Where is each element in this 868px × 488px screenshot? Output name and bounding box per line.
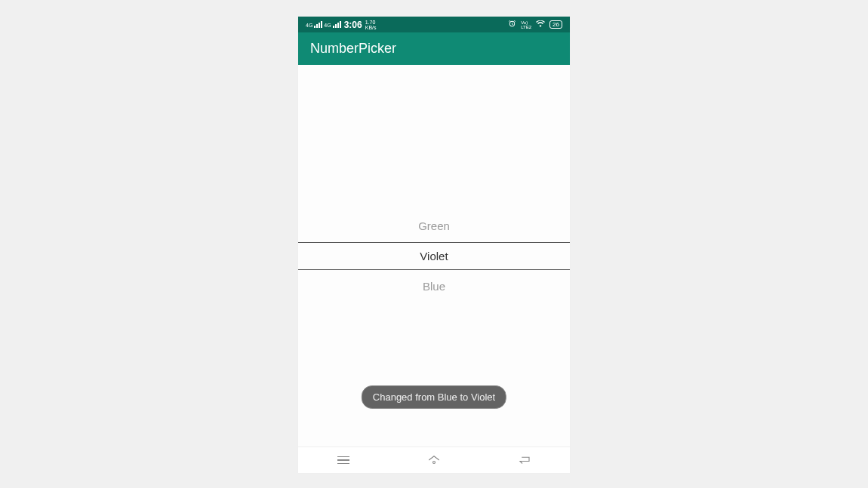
toast-message: Changed from Blue to Violet: [362, 385, 506, 409]
network-indicator: 4G 4G: [306, 21, 341, 28]
navigation-bar: [298, 447, 570, 473]
status-left: 4G 4G 3:06 1.70 KB/s: [306, 20, 377, 30]
back-button[interactable]: [509, 455, 540, 465]
network-type-label: 4G: [306, 23, 312, 28]
volte-label: Vo) LTE2: [521, 20, 531, 29]
picker-item-prev[interactable]: Green: [298, 210, 570, 242]
recent-apps-button[interactable]: [328, 456, 359, 465]
picker-item-selected[interactable]: Violet: [298, 242, 570, 270]
app-title: NumberPicker: [310, 41, 396, 57]
alarm-icon: [508, 20, 516, 29]
status-bar: 4G 4G 3:06 1.70 KB/s Vo) LTE2: [298, 17, 570, 32]
clock-time: 3:06: [344, 20, 362, 30]
battery-indicator: 26: [549, 20, 562, 29]
signal-bars-icon-2: [333, 21, 341, 28]
hamburger-icon: [337, 456, 349, 465]
signal-bars-icon: [314, 21, 322, 28]
home-icon: [427, 455, 441, 465]
content-area: Green Violet Blue Changed from Blue to V…: [298, 65, 570, 447]
home-button[interactable]: [419, 455, 449, 465]
phone-frame: 4G 4G 3:06 1.70 KB/s Vo) LTE2: [298, 17, 570, 473]
wifi-icon: [536, 20, 545, 29]
back-icon: [518, 455, 531, 465]
status-right: Vo) LTE2 26: [508, 20, 562, 29]
number-picker[interactable]: Green Violet Blue: [298, 210, 570, 302]
app-bar: NumberPicker: [298, 32, 570, 65]
picker-item-next[interactable]: Blue: [298, 270, 570, 302]
svg-point-0: [433, 462, 436, 464]
data-rate: 1.70 KB/s: [365, 20, 377, 30]
network-type-label-2: 4G: [324, 23, 331, 28]
